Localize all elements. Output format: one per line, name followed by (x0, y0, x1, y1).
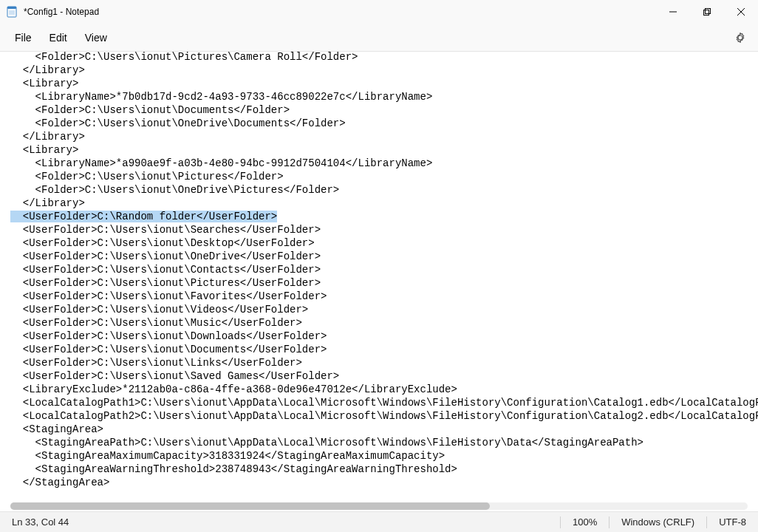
editor-line[interactable]: </Library> (10, 64, 758, 77)
menu-edit[interactable]: Edit (41, 29, 76, 47)
editor-line[interactable]: </StagingArea> (10, 476, 758, 489)
editor-line[interactable]: <Library> (10, 77, 758, 90)
editor-line[interactable]: <UserFolder>C:\Users\ionut\Contacts</Use… (10, 263, 758, 276)
editor-line[interactable]: <Folder>C:\Users\ionut\Pictures\Camera R… (10, 52, 758, 64)
editor-line[interactable]: </Library> (10, 197, 758, 210)
editor-line[interactable]: <UserFolder>C:\Users\ionut\Pictures</Use… (10, 276, 758, 290)
gear-icon (734, 32, 746, 44)
editor-line[interactable]: <LocalCatalogPath2>C:\Users\ionut\AppDat… (10, 409, 758, 423)
editor-line[interactable]: <LibraryName>*7b0db17d-9cd2-4a93-9733-46… (10, 90, 758, 103)
editor-line[interactable]: <StagingAreaWarningThreshold>238748943</… (10, 463, 758, 476)
editor-line[interactable]: <Folder>C:\Users\ionut\Pictures</Folder> (10, 170, 758, 183)
menu-file[interactable]: File (6, 29, 41, 47)
horizontal-scrollbar[interactable] (10, 502, 748, 510)
editor-line[interactable]: <Folder>C:\Users\ionut\OneDrive\Document… (10, 117, 758, 130)
minimize-button[interactable] (656, 0, 690, 24)
editor-line[interactable]: <LocalCatalogPath1>C:\Users\ionut\AppDat… (10, 396, 758, 409)
editor-line[interactable]: <LibraryExclude>*2112ab0a-c86a-4ffe-a368… (10, 383, 758, 396)
svg-rect-7 (706, 9, 711, 14)
svg-rect-1 (7, 7, 16, 9)
status-position: Ln 33, Col 44 (0, 512, 81, 532)
editor-line[interactable]: <UserFolder>C:\Users\ionut\Saved Games</… (10, 369, 758, 383)
editor-line[interactable]: <UserFolder>C:\Users\ionut\Downloads</Us… (10, 330, 758, 343)
statusbar: Ln 33, Col 44 100% Windows (CRLF) UTF-8 (0, 511, 758, 532)
maximize-button[interactable] (690, 0, 724, 24)
editor-line[interactable]: <UserFolder>C:\Users\ionut\Videos</UserF… (10, 303, 758, 316)
editor-line[interactable]: <Library> (10, 143, 758, 157)
editor-line[interactable]: <Folder>C:\Users\ionut\Documents</Folder… (10, 103, 758, 117)
menubar: File Edit View (0, 24, 758, 52)
status-zoom[interactable]: 100% (561, 512, 609, 532)
status-line-ending: Windows (CRLF) (610, 512, 706, 532)
editor-line[interactable]: <UserFolder>C:\Users\ionut\Links</UserFo… (10, 356, 758, 369)
editor-line[interactable]: <StagingAreaMaximumCapacity>318331924</S… (10, 449, 758, 463)
editor-content[interactable]: <Folder>C:\Users\ionut\Pictures\Camera R… (0, 52, 758, 489)
svg-rect-6 (704, 10, 709, 16)
titlebar: *Config1 - Notepad (0, 0, 758, 24)
scrollbar-thumb[interactable] (10, 502, 490, 510)
editor-line[interactable]: <UserFolder>C:\Users\ionut\Favorites</Us… (10, 290, 758, 303)
editor-line[interactable]: <UserFolder>C:\Users\ionut\Documents</Us… (10, 343, 758, 356)
editor-line[interactable]: <StagingArea> (10, 423, 758, 436)
editor-line[interactable]: <Folder>C:\Users\ionut\OneDrive\Pictures… (10, 183, 758, 197)
close-button[interactable] (724, 0, 758, 24)
editor-area[interactable]: <Folder>C:\Users\ionut\Pictures\Camera R… (0, 52, 758, 511)
editor-line[interactable]: <StagingAreaPath>C:\Users\ionut\AppData\… (10, 436, 758, 449)
editor-line[interactable]: <UserFolder>C:\Users\ionut\Desktop</User… (10, 236, 758, 250)
window-controls (656, 0, 758, 24)
editor-line[interactable]: </Library> (10, 130, 758, 143)
window-title: *Config1 - Notepad (24, 7, 656, 17)
editor-line[interactable]: <UserFolder>C:\Users\ionut\Music</UserFo… (10, 316, 758, 330)
settings-button[interactable] (728, 26, 752, 50)
editor-line[interactable]: <UserFolder>C:\Users\ionut\OneDrive</Use… (10, 250, 758, 263)
status-encoding: UTF-8 (707, 512, 758, 532)
menu-view[interactable]: View (76, 29, 116, 47)
editor-line[interactable]: <UserFolder>C:\Random folder</UserFolder… (10, 210, 758, 223)
editor-line[interactable]: <UserFolder>C:\Users\ionut\Searches</Use… (10, 223, 758, 236)
editor-line[interactable]: <LibraryName>*a990ae9f-a03b-4e80-94bc-99… (10, 157, 758, 170)
notepad-icon (6, 6, 18, 18)
